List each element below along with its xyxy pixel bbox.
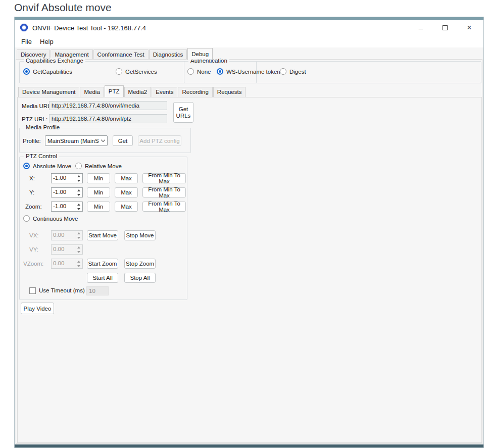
y-value[interactable]: -1.00 <box>52 188 75 197</box>
profile-combobox[interactable]: MainStream (MainStrea <box>45 135 108 146</box>
stop-zoom-button[interactable]: Stop Zoom <box>124 259 156 269</box>
ptz-url-label: PTZ URL: <box>22 116 47 122</box>
capabilities-exchange-title: Capabilities Exchange <box>24 58 85 64</box>
vx-value[interactable]: 0.00 <box>52 231 75 240</box>
x-min-button[interactable]: Min <box>87 173 110 183</box>
vzoom-spin-buttons[interactable] <box>75 259 82 268</box>
spin-up-icon <box>77 175 80 177</box>
media-url-field[interactable]: http://192.168.77.4:80/onvif/media <box>49 101 167 110</box>
spin-down-icon <box>77 180 80 182</box>
use-timeout-checkbox[interactable] <box>29 287 36 294</box>
zoom-value[interactable]: -1.00 <box>52 202 75 211</box>
getservices-label: GetServices <box>125 69 157 75</box>
tab-debug[interactable]: Debug <box>187 48 213 60</box>
vy-label: VY: <box>29 246 38 253</box>
stop-move-button[interactable]: Stop Move <box>124 230 156 240</box>
y-spin-buttons[interactable] <box>75 188 82 197</box>
tab-device-management[interactable]: Device Management <box>18 87 79 97</box>
window-bottom-strip <box>15 444 483 447</box>
x-stepper[interactable]: -1.00 <box>51 173 83 183</box>
tab-requests[interactable]: Requests <box>213 87 246 97</box>
timeout-field[interactable]: 10 <box>86 286 109 295</box>
relative-move-option: Relative Move <box>75 163 122 169</box>
menu-help[interactable]: Help <box>38 37 56 46</box>
onvif-app-icon <box>20 24 28 31</box>
y-from-min-to-max-button[interactable]: From Min To Max <box>142 187 186 197</box>
zoom-stepper[interactable]: -1.00 <box>51 202 83 212</box>
ptz-url-field[interactable]: http://192.168.77.4:80/onvif/ptz <box>49 114 167 123</box>
spin-up-icon <box>77 189 80 191</box>
getcapabilities-radio[interactable] <box>23 68 30 75</box>
use-timeout-label: Use Timeout (ms) <box>39 287 85 293</box>
y-min-button[interactable]: Min <box>87 187 110 197</box>
auth-digest-label: Digest <box>289 69 306 75</box>
absolute-move-radio[interactable] <box>23 163 30 169</box>
spin-down-icon <box>77 237 80 239</box>
vy-value[interactable]: 0.00 <box>52 245 75 254</box>
get-urls-button[interactable]: Get URLs <box>173 102 193 123</box>
x-value[interactable]: -1.00 <box>52 174 75 183</box>
maximize-button[interactable] <box>437 22 453 34</box>
y-label: Y: <box>29 189 34 195</box>
zoom-max-button[interactable]: Max <box>115 202 138 212</box>
play-video-button[interactable]: Play Video <box>21 303 54 314</box>
zoom-min-button[interactable]: Min <box>87 202 110 212</box>
vzoom-value[interactable]: 0.00 <box>52 259 75 268</box>
x-max-button[interactable]: Max <box>115 173 138 183</box>
spin-up-icon <box>77 246 80 248</box>
continuous-move-radio[interactable] <box>23 215 30 222</box>
add-ptz-config-button[interactable]: Add PTZ config <box>138 135 181 146</box>
app-window: ONVIF Device Test Tool - 192.168.77.4 – … <box>14 17 484 448</box>
spin-down-icon <box>77 208 80 210</box>
start-all-button[interactable]: Start All <box>87 273 118 283</box>
auth-none-radio[interactable] <box>187 68 194 75</box>
continuous-move-label: Continuous Move <box>33 216 78 222</box>
y-stepper[interactable]: -1.00 <box>51 187 83 197</box>
stop-all-button[interactable]: Stop All <box>124 273 156 283</box>
x-from-min-to-max-button[interactable]: From Min To Max <box>142 173 186 183</box>
minimize-button[interactable]: – <box>413 22 429 34</box>
tab-conformance-test[interactable]: Conformance Test <box>93 49 149 60</box>
window-title: ONVIF Device Test Tool - 192.168.77.4 <box>32 24 146 32</box>
relative-move-radio[interactable] <box>75 163 82 169</box>
vx-label: VX: <box>29 232 39 238</box>
profile-combobox-value: MainStream (MainStrea <box>45 138 99 144</box>
y-max-button[interactable]: Max <box>115 187 138 197</box>
tab-media2[interactable]: Media2 <box>124 87 152 97</box>
ptz-control-title: PTZ Control <box>24 153 59 159</box>
spin-down-icon <box>77 194 80 196</box>
menu-file[interactable]: File <box>19 37 34 46</box>
continuous-move-option: Continuous Move <box>23 215 78 222</box>
close-button[interactable]: × <box>461 22 477 34</box>
auth-ws-username-radio[interactable] <box>217 68 223 75</box>
auth-digest-radio[interactable] <box>280 68 286 75</box>
tab-recording[interactable]: Recording <box>178 87 212 97</box>
tab-events[interactable]: Events <box>152 87 177 97</box>
vzoom-stepper[interactable]: 0.00 <box>51 259 83 269</box>
x-label: X: <box>29 175 35 181</box>
debug-tab-strip: Device Management Media PTZ Media2 Event… <box>18 85 246 97</box>
vy-spin-buttons[interactable] <box>75 245 82 254</box>
start-zoom-button[interactable]: Start Zoom <box>87 259 118 269</box>
window-titlebar[interactable]: ONVIF Device Test Tool - 192.168.77.4 – … <box>15 20 483 35</box>
vx-stepper[interactable]: 0.00 <box>51 230 83 240</box>
absolute-move-option: Absolute Move <box>23 163 71 169</box>
tab-diagnostics[interactable]: Diagnostics <box>149 49 187 60</box>
vx-spin-buttons[interactable] <box>75 231 82 240</box>
profile-label: Profile: <box>23 138 41 144</box>
zoom-label: Zoom: <box>25 204 42 210</box>
zoom-spin-buttons[interactable] <box>75 202 82 211</box>
tab-media[interactable]: Media <box>80 87 104 97</box>
auth-ws-username-label: WS-Username token <box>226 69 280 75</box>
spin-down-icon <box>77 251 80 253</box>
absolute-move-label: Absolute Move <box>33 163 71 169</box>
zoom-from-min-to-max-button[interactable]: From Min To Max <box>142 202 186 212</box>
maximize-icon <box>443 25 448 30</box>
start-move-button[interactable]: Start Move <box>87 230 118 240</box>
getservices-radio[interactable] <box>116 68 122 75</box>
profile-get-button[interactable]: Get <box>113 135 133 146</box>
spin-up-icon <box>77 261 80 263</box>
x-spin-buttons[interactable] <box>75 174 82 183</box>
tab-ptz[interactable]: PTZ <box>105 85 124 97</box>
vy-stepper[interactable]: 0.00 <box>51 244 83 255</box>
